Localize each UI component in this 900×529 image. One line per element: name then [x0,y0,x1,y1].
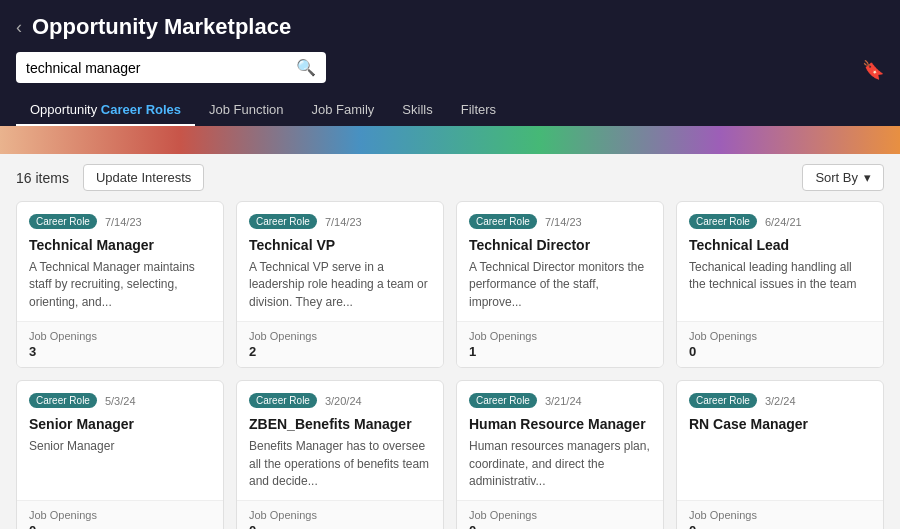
card-footer-0: Job Openings 3 [17,321,223,367]
tab-job-family-label: Job Family [311,102,374,117]
job-openings-count-2: 1 [469,344,651,359]
card-footer-5: Job Openings 0 [237,500,443,529]
card-footer-1: Job Openings 2 [237,321,443,367]
card-main-0: Career Role 7/14/23 Technical Manager A … [17,202,223,321]
career-role-badge-0: Career Role [29,214,97,229]
card-date-1: 7/14/23 [325,216,362,228]
header: ‹ Opportunity Marketplace 🔍 🔖 Opportunit… [0,0,900,126]
job-openings-label-1: Job Openings [249,330,431,342]
card-title-1: Technical VP [249,237,431,253]
page-title: Opportunity Marketplace [32,14,291,40]
header-top: ‹ Opportunity Marketplace [16,14,884,40]
card-item[interactable]: Career Role 5/3/24 Senior Manager Senior… [16,380,224,529]
card-desc-2: A Technical Director monitors the perfor… [469,259,651,311]
tab-filters-label: Filters [461,102,496,117]
card-item[interactable]: Career Role 3/20/24 ZBEN_Benefits Manage… [236,380,444,529]
card-title-5: ZBEN_Benefits Manager [249,416,431,432]
card-desc-0: A Technical Manager maintains staff by r… [29,259,211,311]
tab-skills[interactable]: Skills [388,95,446,126]
search-input[interactable] [26,60,288,76]
bookmark-icon[interactable]: 🔖 [862,59,884,89]
card-item[interactable]: Career Role 3/21/24 Human Resource Manag… [456,380,664,529]
career-role-badge-1: Career Role [249,214,317,229]
update-interests-button[interactable]: Update Interests [83,164,204,191]
card-date-3: 6/24/21 [765,216,802,228]
card-date-2: 7/14/23 [545,216,582,228]
job-openings-label-0: Job Openings [29,330,211,342]
card-item[interactable]: Career Role 7/14/23 Technical Director A… [456,201,664,368]
tab-career-roles[interactable]: Opportunity Career Roles [16,95,195,126]
card-title-7: RN Case Manager [689,416,871,432]
card-title-2: Technical Director [469,237,651,253]
career-role-badge-7: Career Role [689,393,757,408]
card-title-6: Human Resource Manager [469,416,651,432]
card-main-5: Career Role 3/20/24 ZBEN_Benefits Manage… [237,381,443,500]
search-button[interactable]: 🔍 [296,58,316,77]
card-meta-1: Career Role 7/14/23 [249,214,431,229]
items-count: 16 items [16,170,69,186]
job-openings-label-6: Job Openings [469,509,651,521]
search-bar: 🔍 [16,52,326,83]
card-date-6: 3/21/24 [545,395,582,407]
cards-grid: Career Role 7/14/23 Technical Manager A … [0,201,900,529]
card-footer-6: Job Openings 0 [457,500,663,529]
card-desc-6: Human resources managers plan, coordinat… [469,438,651,490]
card-footer-3: Job Openings 0 [677,321,883,367]
job-openings-count-1: 2 [249,344,431,359]
career-role-badge-3: Career Role [689,214,757,229]
job-openings-label-5: Job Openings [249,509,431,521]
card-date-0: 7/14/23 [105,216,142,228]
card-meta-7: Career Role 3/2/24 [689,393,871,408]
card-meta-6: Career Role 3/21/24 [469,393,651,408]
card-main-6: Career Role 3/21/24 Human Resource Manag… [457,381,663,500]
card-footer-2: Job Openings 1 [457,321,663,367]
card-item[interactable]: Career Role 6/24/21 Technical Lead Techa… [676,201,884,368]
tab-career-roles-prefix: Opportunity [30,102,101,117]
card-meta-4: Career Role 5/3/24 [29,393,211,408]
job-openings-count-3: 0 [689,344,871,359]
job-openings-count-0: 3 [29,344,211,359]
job-openings-label-4: Job Openings [29,509,211,521]
card-footer-7: Job Openings 0 [677,500,883,529]
sort-arrow-icon: ▾ [864,170,871,185]
card-item[interactable]: Career Role 7/14/23 Technical Manager A … [16,201,224,368]
card-main-3: Career Role 6/24/21 Technical Lead Techa… [677,202,883,321]
card-date-7: 3/2/24 [765,395,796,407]
card-meta-3: Career Role 6/24/21 [689,214,871,229]
card-desc-3: Techanical leading handling all the tech… [689,259,871,294]
job-openings-count-7: 0 [689,523,871,529]
tab-job-family[interactable]: Job Family [297,95,388,126]
card-date-4: 5/3/24 [105,395,136,407]
card-meta-5: Career Role 3/20/24 [249,393,431,408]
career-role-badge-5: Career Role [249,393,317,408]
back-arrow-icon[interactable]: ‹ [16,17,22,38]
tab-filters[interactable]: Filters [447,95,510,126]
card-meta-2: Career Role 7/14/23 [469,214,651,229]
sort-by-label: Sort By [815,170,858,185]
card-item[interactable]: Career Role 7/14/23 Technical VP A Techn… [236,201,444,368]
tab-job-function[interactable]: Job Function [195,95,297,126]
tab-job-function-label: Job Function [209,102,283,117]
toolbar: 16 items Update Interests Sort By ▾ [0,154,900,201]
card-item[interactable]: Career Role 3/2/24 RN Case Manager Job O… [676,380,884,529]
filter-tabs: Opportunity Career Roles Job Function Jo… [16,95,884,126]
card-title-3: Technical Lead [689,237,871,253]
card-desc-5: Benefits Manager has to oversee all the … [249,438,431,490]
card-meta-0: Career Role 7/14/23 [29,214,211,229]
card-footer-4: Job Openings 0 [17,500,223,529]
card-main-2: Career Role 7/14/23 Technical Director A… [457,202,663,321]
career-role-badge-4: Career Role [29,393,97,408]
job-openings-count-5: 0 [249,523,431,529]
decorative-banner [0,126,900,154]
card-main-1: Career Role 7/14/23 Technical VP A Techn… [237,202,443,321]
job-openings-count-4: 0 [29,523,211,529]
tab-career-roles-highlight: Career Roles [101,102,181,117]
card-date-5: 3/20/24 [325,395,362,407]
career-role-badge-6: Career Role [469,393,537,408]
job-openings-label-3: Job Openings [689,330,871,342]
job-openings-count-6: 0 [469,523,651,529]
sort-by-button[interactable]: Sort By ▾ [802,164,884,191]
card-main-4: Career Role 5/3/24 Senior Manager Senior… [17,381,223,500]
card-desc-1: A Technical VP serve in a leadership rol… [249,259,431,311]
career-role-badge-2: Career Role [469,214,537,229]
